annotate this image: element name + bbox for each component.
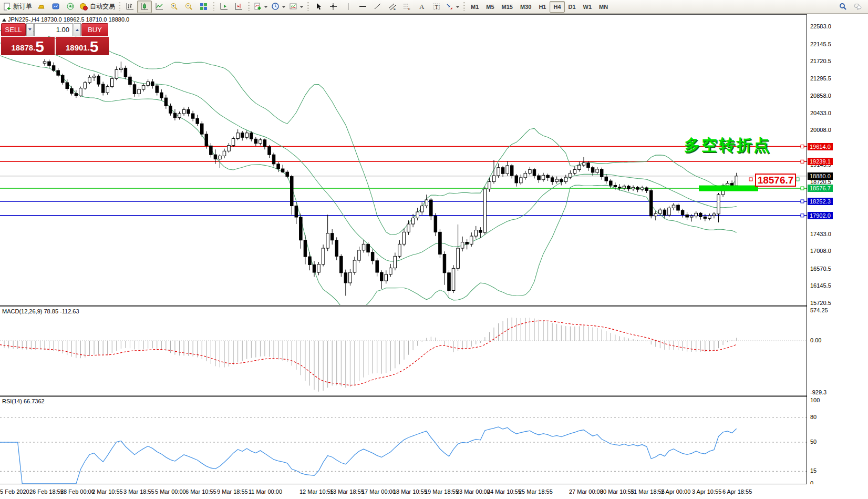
svg-text:A: A xyxy=(419,3,425,11)
lot-size-input[interactable]: 1.00 xyxy=(34,23,73,36)
zoom-out-button[interactable] xyxy=(181,1,196,13)
axis-tick-label: 17008.0 xyxy=(810,248,831,254)
time-axis-label: 26 Feb 18:55 xyxy=(29,488,64,495)
autotrade-icon xyxy=(79,2,88,11)
axis-tick-label: -929.3 xyxy=(810,389,826,395)
indicators-dropdown-arrow[interactable] xyxy=(264,6,267,9)
zoom-out-icon xyxy=(184,2,193,11)
axis-tick-label: 80 xyxy=(810,414,817,420)
collapse-panel-icon[interactable] xyxy=(2,18,6,22)
timeframe-m15[interactable]: M15 xyxy=(498,1,516,13)
time-axis-label: 2 Mar 10:55 xyxy=(92,488,123,495)
label-tool-button[interactable]: T xyxy=(429,1,443,13)
search-button[interactable] xyxy=(835,1,850,13)
axis-tick-label: 20433.0 xyxy=(810,110,831,116)
templates-button[interactable] xyxy=(287,1,305,13)
line-chart-type-button[interactable] xyxy=(152,1,167,13)
buy-price-pip: 5 xyxy=(90,39,99,54)
templates-dropdown-arrow[interactable] xyxy=(300,6,303,9)
price-axis[interactable]: 22583.022145.521720.521295.520858.020433… xyxy=(807,14,868,486)
one-click-trading-panel: SELL 1.00 BUY 18878.5 18901.5 xyxy=(1,23,109,55)
search-icon xyxy=(839,2,848,11)
sell-button[interactable]: SELL xyxy=(1,23,26,36)
autoscroll-button[interactable] xyxy=(216,1,231,13)
bar-chart-icon xyxy=(126,2,135,11)
vertical-line-tool-button[interactable] xyxy=(340,1,355,13)
buy-price-main: 18901. xyxy=(66,42,90,54)
sell-price-display[interactable]: 18878.5 xyxy=(1,37,55,55)
indicators-button[interactable] xyxy=(252,1,270,13)
price-axis-value-box: 18576.7 xyxy=(808,185,833,192)
periods-button[interactable] xyxy=(270,1,287,13)
toolbar-grip xyxy=(248,2,250,12)
text-tool-icon: A xyxy=(417,2,426,11)
price-chart-canvas[interactable] xyxy=(0,0,868,499)
timeframe-m1[interactable]: M1 xyxy=(467,1,482,13)
time-axis-label: 24 Mar 10:55 xyxy=(487,488,521,495)
time-axis-label: 3 Mar 18:55 xyxy=(123,488,154,495)
lot-increase-button[interactable] xyxy=(74,23,81,36)
market-watch-button[interactable] xyxy=(48,1,63,13)
crosshair-button[interactable] xyxy=(326,1,340,13)
time-axis-label: 11 Mar 00:00 xyxy=(249,488,282,495)
channel-icon: E xyxy=(388,2,397,11)
price-axis-value-box: 18252.3 xyxy=(808,198,833,205)
candlestick-type-button[interactable] xyxy=(137,1,152,13)
autotrade-button[interactable]: 自动交易 xyxy=(78,1,117,13)
svg-text:T: T xyxy=(435,4,438,10)
channel-tool-button[interactable]: E xyxy=(385,1,399,13)
new-order-button[interactable]: 新订单 xyxy=(1,1,34,13)
time-axis-label: 28 Feb 00:00 xyxy=(60,488,95,495)
axis-tick-label: 20858.0 xyxy=(810,93,831,99)
time-axis-label: 19 Mar 18:55 xyxy=(425,488,459,495)
timeframe-m5[interactable]: M5 xyxy=(482,1,498,13)
macd-pane-label: MACD(12,26,9) 78.85 -112.63 xyxy=(2,308,79,314)
chart-shift-button[interactable] xyxy=(231,1,246,13)
trendline-icon xyxy=(373,2,382,11)
svg-text:F: F xyxy=(408,7,410,11)
signals-button[interactable] xyxy=(63,1,78,13)
chart-annotation-text[interactable]: 多空转折点 xyxy=(684,135,771,156)
market-depth-button[interactable] xyxy=(34,1,48,13)
text-tool-button[interactable]: A xyxy=(414,1,429,13)
lot-decrease-button[interactable] xyxy=(26,23,34,36)
axis-tick-label: 574.25 xyxy=(810,307,828,313)
trendline-tool-button[interactable] xyxy=(370,1,385,13)
autoscroll-icon xyxy=(220,2,229,11)
new-order-label: 新订单 xyxy=(13,2,32,11)
arrows-tool-button[interactable] xyxy=(443,1,461,13)
tile-windows-icon xyxy=(199,2,208,11)
axis-tick-label: 21720.5 xyxy=(810,58,831,64)
price-axis-value-box: 17902.0 xyxy=(808,212,833,219)
label-tool-icon: T xyxy=(432,2,441,11)
time-axis-label: 3 Apr 10:55 xyxy=(692,488,721,495)
bar-chart-type-button[interactable] xyxy=(122,1,137,13)
arrows-dropdown-arrow[interactable] xyxy=(456,6,459,9)
fibonacci-tool-button[interactable]: F xyxy=(399,1,414,13)
time-axis[interactable]: 5 Feb 202026 Feb 18:5528 Feb 00:002 Mar … xyxy=(0,484,868,499)
time-axis-label: 9 Mar 18:55 xyxy=(217,488,248,495)
time-axis-label: 5 Feb 2020 xyxy=(0,488,29,495)
cursor-button[interactable] xyxy=(311,1,326,13)
buy-button[interactable]: BUY xyxy=(81,23,108,36)
timeframe-m30[interactable]: M30 xyxy=(516,1,535,13)
time-axis-label: 25 Mar 18:55 xyxy=(519,488,553,495)
time-axis-label: 30 Mar 10:55 xyxy=(600,488,634,495)
timeframe-h4[interactable]: H4 xyxy=(550,1,564,13)
axis-tick-label: 20008.0 xyxy=(810,127,831,133)
time-axis-label: 23 Mar 00:00 xyxy=(456,488,490,495)
buy-price-display[interactable]: 18901.5 xyxy=(56,37,109,55)
price-callout-label[interactable]: 18576.7 xyxy=(755,174,796,187)
tile-windows-button[interactable] xyxy=(196,1,211,13)
chat-button[interactable] xyxy=(850,1,865,13)
timeframe-h1[interactable]: H1 xyxy=(535,1,550,13)
timeframe-d1[interactable]: D1 xyxy=(565,1,580,13)
axis-tick-label: 50 xyxy=(810,439,817,445)
timeframe-w1[interactable]: W1 xyxy=(580,1,596,13)
chart-shift-icon xyxy=(234,2,243,11)
zoom-in-button[interactable] xyxy=(167,1,181,13)
horizontal-line-tool-button[interactable] xyxy=(355,1,370,13)
periods-dropdown-arrow[interactable] xyxy=(282,6,285,9)
sell-price-main: 18878. xyxy=(11,42,35,54)
timeframe-mn[interactable]: MN xyxy=(595,1,612,13)
